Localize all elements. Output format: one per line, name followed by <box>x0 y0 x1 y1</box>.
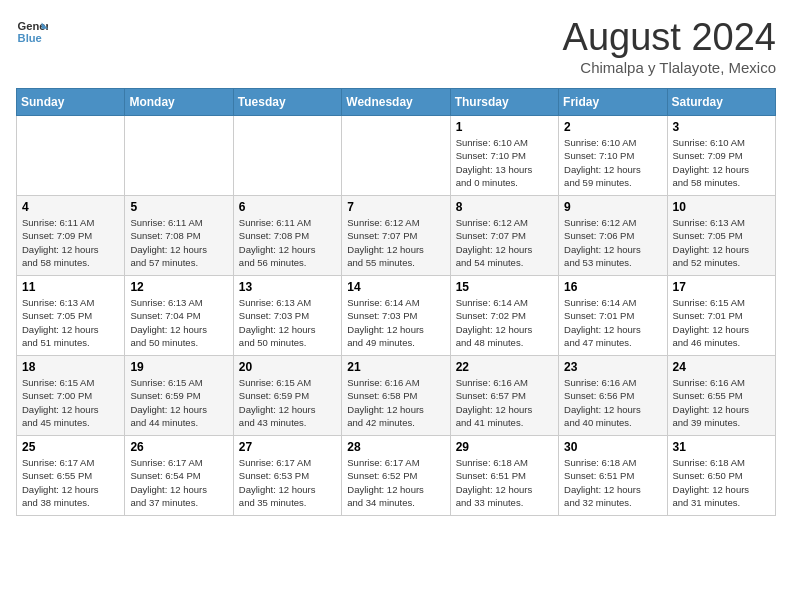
day-info: Sunrise: 6:16 AM Sunset: 6:58 PM Dayligh… <box>347 376 444 429</box>
day-number: 23 <box>564 360 661 374</box>
day-info: Sunrise: 6:10 AM Sunset: 7:10 PM Dayligh… <box>564 136 661 189</box>
calendar-cell: 12Sunrise: 6:13 AM Sunset: 7:04 PM Dayli… <box>125 276 233 356</box>
day-info: Sunrise: 6:11 AM Sunset: 7:08 PM Dayligh… <box>239 216 336 269</box>
day-number: 22 <box>456 360 553 374</box>
calendar-cell: 19Sunrise: 6:15 AM Sunset: 6:59 PM Dayli… <box>125 356 233 436</box>
calendar-table: SundayMondayTuesdayWednesdayThursdayFrid… <box>16 88 776 516</box>
calendar-cell: 27Sunrise: 6:17 AM Sunset: 6:53 PM Dayli… <box>233 436 341 516</box>
day-number: 24 <box>673 360 770 374</box>
svg-text:Blue: Blue <box>18 32 42 44</box>
calendar-week-3: 11Sunrise: 6:13 AM Sunset: 7:05 PM Dayli… <box>17 276 776 356</box>
calendar-cell: 8Sunrise: 6:12 AM Sunset: 7:07 PM Daylig… <box>450 196 558 276</box>
calendar-cell: 21Sunrise: 6:16 AM Sunset: 6:58 PM Dayli… <box>342 356 450 436</box>
day-number: 11 <box>22 280 119 294</box>
calendar-cell: 1Sunrise: 6:10 AM Sunset: 7:10 PM Daylig… <box>450 116 558 196</box>
calendar-week-2: 4Sunrise: 6:11 AM Sunset: 7:09 PM Daylig… <box>17 196 776 276</box>
calendar-cell: 16Sunrise: 6:14 AM Sunset: 7:01 PM Dayli… <box>559 276 667 356</box>
calendar-cell: 28Sunrise: 6:17 AM Sunset: 6:52 PM Dayli… <box>342 436 450 516</box>
calendar-cell: 31Sunrise: 6:18 AM Sunset: 6:50 PM Dayli… <box>667 436 775 516</box>
calendar-week-5: 25Sunrise: 6:17 AM Sunset: 6:55 PM Dayli… <box>17 436 776 516</box>
day-header-thursday: Thursday <box>450 89 558 116</box>
logo-icon: General Blue <box>16 16 48 48</box>
day-info: Sunrise: 6:11 AM Sunset: 7:08 PM Dayligh… <box>130 216 227 269</box>
calendar-cell <box>125 116 233 196</box>
day-header-tuesday: Tuesday <box>233 89 341 116</box>
logo: General Blue <box>16 16 48 48</box>
day-number: 3 <box>673 120 770 134</box>
day-info: Sunrise: 6:17 AM Sunset: 6:55 PM Dayligh… <box>22 456 119 509</box>
day-number: 27 <box>239 440 336 454</box>
calendar-cell: 11Sunrise: 6:13 AM Sunset: 7:05 PM Dayli… <box>17 276 125 356</box>
calendar-cell: 3Sunrise: 6:10 AM Sunset: 7:09 PM Daylig… <box>667 116 775 196</box>
day-number: 1 <box>456 120 553 134</box>
day-number: 17 <box>673 280 770 294</box>
calendar-cell: 18Sunrise: 6:15 AM Sunset: 7:00 PM Dayli… <box>17 356 125 436</box>
day-number: 21 <box>347 360 444 374</box>
day-info: Sunrise: 6:15 AM Sunset: 7:01 PM Dayligh… <box>673 296 770 349</box>
day-number: 30 <box>564 440 661 454</box>
day-number: 10 <box>673 200 770 214</box>
day-header-wednesday: Wednesday <box>342 89 450 116</box>
day-info: Sunrise: 6:13 AM Sunset: 7:03 PM Dayligh… <box>239 296 336 349</box>
day-number: 16 <box>564 280 661 294</box>
day-number: 31 <box>673 440 770 454</box>
calendar-cell <box>342 116 450 196</box>
day-number: 15 <box>456 280 553 294</box>
month-title: August 2024 <box>563 16 776 59</box>
day-info: Sunrise: 6:11 AM Sunset: 7:09 PM Dayligh… <box>22 216 119 269</box>
calendar-cell: 23Sunrise: 6:16 AM Sunset: 6:56 PM Dayli… <box>559 356 667 436</box>
day-info: Sunrise: 6:16 AM Sunset: 6:56 PM Dayligh… <box>564 376 661 429</box>
day-info: Sunrise: 6:16 AM Sunset: 6:55 PM Dayligh… <box>673 376 770 429</box>
day-info: Sunrise: 6:16 AM Sunset: 6:57 PM Dayligh… <box>456 376 553 429</box>
calendar-cell: 30Sunrise: 6:18 AM Sunset: 6:51 PM Dayli… <box>559 436 667 516</box>
calendar-cell: 26Sunrise: 6:17 AM Sunset: 6:54 PM Dayli… <box>125 436 233 516</box>
day-info: Sunrise: 6:13 AM Sunset: 7:04 PM Dayligh… <box>130 296 227 349</box>
day-header-monday: Monday <box>125 89 233 116</box>
calendar-cell: 7Sunrise: 6:12 AM Sunset: 7:07 PM Daylig… <box>342 196 450 276</box>
day-number: 5 <box>130 200 227 214</box>
calendar-cell: 4Sunrise: 6:11 AM Sunset: 7:09 PM Daylig… <box>17 196 125 276</box>
calendar-week-1: 1Sunrise: 6:10 AM Sunset: 7:10 PM Daylig… <box>17 116 776 196</box>
day-info: Sunrise: 6:12 AM Sunset: 7:07 PM Dayligh… <box>347 216 444 269</box>
day-info: Sunrise: 6:10 AM Sunset: 7:10 PM Dayligh… <box>456 136 553 189</box>
day-info: Sunrise: 6:15 AM Sunset: 6:59 PM Dayligh… <box>130 376 227 429</box>
day-info: Sunrise: 6:15 AM Sunset: 6:59 PM Dayligh… <box>239 376 336 429</box>
day-number: 6 <box>239 200 336 214</box>
day-info: Sunrise: 6:18 AM Sunset: 6:51 PM Dayligh… <box>564 456 661 509</box>
page-header: General Blue August 2024 Chimalpa y Tlal… <box>16 16 776 76</box>
day-header-saturday: Saturday <box>667 89 775 116</box>
day-number: 25 <box>22 440 119 454</box>
day-number: 13 <box>239 280 336 294</box>
day-info: Sunrise: 6:12 AM Sunset: 7:07 PM Dayligh… <box>456 216 553 269</box>
day-number: 20 <box>239 360 336 374</box>
day-info: Sunrise: 6:14 AM Sunset: 7:02 PM Dayligh… <box>456 296 553 349</box>
calendar-cell: 6Sunrise: 6:11 AM Sunset: 7:08 PM Daylig… <box>233 196 341 276</box>
day-info: Sunrise: 6:14 AM Sunset: 7:01 PM Dayligh… <box>564 296 661 349</box>
day-number: 18 <box>22 360 119 374</box>
calendar-cell: 20Sunrise: 6:15 AM Sunset: 6:59 PM Dayli… <box>233 356 341 436</box>
calendar-cell: 29Sunrise: 6:18 AM Sunset: 6:51 PM Dayli… <box>450 436 558 516</box>
day-info: Sunrise: 6:18 AM Sunset: 6:51 PM Dayligh… <box>456 456 553 509</box>
day-info: Sunrise: 6:15 AM Sunset: 7:00 PM Dayligh… <box>22 376 119 429</box>
day-number: 28 <box>347 440 444 454</box>
day-number: 29 <box>456 440 553 454</box>
calendar-cell: 17Sunrise: 6:15 AM Sunset: 7:01 PM Dayli… <box>667 276 775 356</box>
calendar-cell: 25Sunrise: 6:17 AM Sunset: 6:55 PM Dayli… <box>17 436 125 516</box>
day-number: 4 <box>22 200 119 214</box>
calendar-cell <box>17 116 125 196</box>
day-info: Sunrise: 6:17 AM Sunset: 6:52 PM Dayligh… <box>347 456 444 509</box>
calendar-cell: 14Sunrise: 6:14 AM Sunset: 7:03 PM Dayli… <box>342 276 450 356</box>
day-number: 2 <box>564 120 661 134</box>
day-info: Sunrise: 6:10 AM Sunset: 7:09 PM Dayligh… <box>673 136 770 189</box>
calendar-cell: 24Sunrise: 6:16 AM Sunset: 6:55 PM Dayli… <box>667 356 775 436</box>
location-subtitle: Chimalpa y Tlalayote, Mexico <box>563 59 776 76</box>
title-block: August 2024 Chimalpa y Tlalayote, Mexico <box>563 16 776 76</box>
day-info: Sunrise: 6:13 AM Sunset: 7:05 PM Dayligh… <box>22 296 119 349</box>
day-header-friday: Friday <box>559 89 667 116</box>
day-info: Sunrise: 6:17 AM Sunset: 6:53 PM Dayligh… <box>239 456 336 509</box>
calendar-cell: 10Sunrise: 6:13 AM Sunset: 7:05 PM Dayli… <box>667 196 775 276</box>
calendar-cell: 13Sunrise: 6:13 AM Sunset: 7:03 PM Dayli… <box>233 276 341 356</box>
day-number: 12 <box>130 280 227 294</box>
day-number: 8 <box>456 200 553 214</box>
calendar-week-4: 18Sunrise: 6:15 AM Sunset: 7:00 PM Dayli… <box>17 356 776 436</box>
